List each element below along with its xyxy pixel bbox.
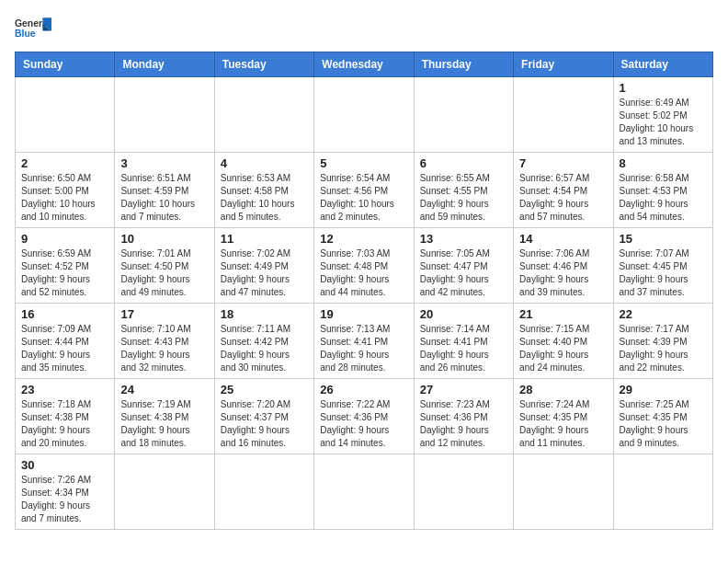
calendar-cell: 13Sunrise: 7:05 AM Sunset: 4:47 PM Dayli…	[414, 228, 513, 304]
day-number: 30	[21, 458, 108, 472]
calendar-cell	[115, 77, 214, 153]
day-number: 23	[21, 383, 108, 396]
day-number: 1	[620, 81, 707, 95]
calendar-cell: 30Sunrise: 7:26 AM Sunset: 4:34 PM Dayli…	[16, 454, 115, 530]
day-number: 18	[221, 307, 308, 321]
day-number: 12	[320, 232, 407, 246]
calendar-cell	[613, 454, 712, 530]
day-info: Sunrise: 6:49 AM Sunset: 5:02 PM Dayligh…	[620, 97, 707, 148]
calendar-cell: 11Sunrise: 7:02 AM Sunset: 4:49 PM Dayli…	[214, 228, 313, 304]
day-number: 6	[420, 156, 507, 170]
day-info: Sunrise: 7:19 AM Sunset: 4:38 PM Dayligh…	[120, 398, 208, 450]
day-info: Sunrise: 6:57 AM Sunset: 4:54 PM Dayligh…	[519, 172, 607, 224]
day-info: Sunrise: 7:20 AM Sunset: 4:37 PM Dayligh…	[221, 398, 308, 450]
calendar-cell: 9Sunrise: 6:59 AM Sunset: 4:52 PM Daylig…	[16, 228, 115, 304]
day-number: 11	[221, 232, 308, 246]
day-number: 9	[21, 232, 108, 246]
calendar-cell	[115, 454, 214, 530]
day-info: Sunrise: 7:22 AM Sunset: 4:36 PM Dayligh…	[320, 398, 407, 450]
day-number: 10	[120, 232, 208, 246]
day-info: Sunrise: 6:59 AM Sunset: 4:52 PM Dayligh…	[21, 247, 108, 299]
day-number: 21	[519, 307, 607, 321]
day-number: 5	[320, 156, 407, 170]
day-number: 8	[620, 156, 707, 170]
day-number: 19	[320, 307, 407, 321]
day-info: Sunrise: 7:10 AM Sunset: 4:43 PM Dayligh…	[120, 323, 208, 374]
calendar-cell: 6Sunrise: 6:55 AM Sunset: 4:55 PM Daylig…	[414, 153, 513, 228]
calendar-cell	[514, 454, 613, 530]
day-number: 7	[519, 156, 607, 170]
calendar-week-row: 23Sunrise: 7:18 AM Sunset: 4:38 PM Dayli…	[16, 379, 713, 454]
generalblue-logo-icon: General Blue	[15, 15, 51, 44]
calendar-week-row: 16Sunrise: 7:09 AM Sunset: 4:44 PM Dayli…	[16, 304, 713, 379]
day-number: 26	[320, 383, 407, 396]
calendar-cell: 3Sunrise: 6:51 AM Sunset: 4:59 PM Daylig…	[115, 153, 214, 228]
day-info: Sunrise: 7:26 AM Sunset: 4:34 PM Dayligh…	[21, 474, 108, 525]
day-number: 4	[221, 156, 308, 170]
day-info: Sunrise: 7:09 AM Sunset: 4:44 PM Dayligh…	[21, 323, 108, 374]
day-info: Sunrise: 6:50 AM Sunset: 5:00 PM Dayligh…	[21, 172, 108, 224]
day-info: Sunrise: 7:06 AM Sunset: 4:46 PM Dayligh…	[519, 247, 607, 299]
calendar-table: SundayMondayTuesdayWednesdayThursdayFrid…	[15, 52, 713, 530]
weekday-header-saturday: Saturday	[613, 52, 712, 77]
weekday-header-tuesday: Tuesday	[214, 52, 313, 77]
day-info: Sunrise: 7:13 AM Sunset: 4:41 PM Dayligh…	[320, 323, 407, 374]
calendar-cell	[314, 454, 414, 530]
calendar-cell: 23Sunrise: 7:18 AM Sunset: 4:38 PM Dayli…	[16, 379, 115, 454]
weekday-header-thursday: Thursday	[414, 52, 513, 77]
day-number: 3	[120, 156, 208, 170]
calendar-cell	[414, 454, 513, 530]
day-info: Sunrise: 7:01 AM Sunset: 4:50 PM Dayligh…	[120, 247, 208, 299]
weekday-header-friday: Friday	[514, 52, 613, 77]
day-number: 16	[21, 307, 108, 321]
calendar-cell: 14Sunrise: 7:06 AM Sunset: 4:46 PM Dayli…	[514, 228, 613, 304]
day-number: 20	[420, 307, 507, 321]
day-info: Sunrise: 7:23 AM Sunset: 4:36 PM Dayligh…	[420, 398, 507, 450]
calendar-cell: 29Sunrise: 7:25 AM Sunset: 4:35 PM Dayli…	[613, 379, 712, 454]
calendar-cell: 28Sunrise: 7:24 AM Sunset: 4:35 PM Dayli…	[514, 379, 613, 454]
calendar-cell: 25Sunrise: 7:20 AM Sunset: 4:37 PM Dayli…	[214, 379, 313, 454]
calendar-cell: 1Sunrise: 6:49 AM Sunset: 5:02 PM Daylig…	[613, 77, 712, 153]
calendar-cell	[214, 454, 313, 530]
calendar-cell: 26Sunrise: 7:22 AM Sunset: 4:36 PM Dayli…	[314, 379, 414, 454]
calendar-cell	[414, 77, 513, 153]
day-info: Sunrise: 7:14 AM Sunset: 4:41 PM Dayligh…	[420, 323, 507, 374]
day-info: Sunrise: 7:25 AM Sunset: 4:35 PM Dayligh…	[620, 398, 707, 450]
calendar-cell: 2Sunrise: 6:50 AM Sunset: 5:00 PM Daylig…	[16, 153, 115, 228]
calendar-cell: 22Sunrise: 7:17 AM Sunset: 4:39 PM Dayli…	[613, 304, 712, 379]
weekday-header-monday: Monday	[115, 52, 214, 77]
calendar-cell: 18Sunrise: 7:11 AM Sunset: 4:42 PM Dayli…	[214, 304, 313, 379]
day-number: 2	[21, 156, 108, 170]
calendar-week-row: 2Sunrise: 6:50 AM Sunset: 5:00 PM Daylig…	[16, 153, 713, 228]
day-info: Sunrise: 7:18 AM Sunset: 4:38 PM Dayligh…	[21, 398, 108, 450]
day-info: Sunrise: 6:53 AM Sunset: 4:58 PM Dayligh…	[221, 172, 308, 224]
day-info: Sunrise: 7:05 AM Sunset: 4:47 PM Dayligh…	[420, 247, 507, 299]
day-number: 17	[120, 307, 208, 321]
weekday-header-sunday: Sunday	[16, 52, 115, 77]
calendar-cell: 19Sunrise: 7:13 AM Sunset: 4:41 PM Dayli…	[314, 304, 414, 379]
day-number: 25	[221, 383, 308, 396]
calendar-week-row: 30Sunrise: 7:26 AM Sunset: 4:34 PM Dayli…	[16, 454, 713, 530]
calendar-cell: 5Sunrise: 6:54 AM Sunset: 4:56 PM Daylig…	[314, 153, 414, 228]
calendar-cell: 7Sunrise: 6:57 AM Sunset: 4:54 PM Daylig…	[514, 153, 613, 228]
day-info: Sunrise: 6:54 AM Sunset: 4:56 PM Dayligh…	[320, 172, 407, 224]
calendar-cell	[514, 77, 613, 153]
day-number: 15	[620, 232, 707, 246]
page-header: General Blue	[15, 15, 713, 44]
day-info: Sunrise: 6:55 AM Sunset: 4:55 PM Dayligh…	[420, 172, 507, 224]
day-number: 24	[120, 383, 208, 396]
logo: General Blue	[15, 15, 51, 44]
day-info: Sunrise: 7:02 AM Sunset: 4:49 PM Dayligh…	[221, 247, 308, 299]
day-info: Sunrise: 7:15 AM Sunset: 4:40 PM Dayligh…	[519, 323, 607, 374]
day-info: Sunrise: 6:58 AM Sunset: 4:53 PM Dayligh…	[620, 172, 707, 224]
weekday-header-row: SundayMondayTuesdayWednesdayThursdayFrid…	[16, 52, 713, 77]
calendar-week-row: 1Sunrise: 6:49 AM Sunset: 5:02 PM Daylig…	[16, 77, 713, 153]
day-info: Sunrise: 7:07 AM Sunset: 4:45 PM Dayligh…	[620, 247, 707, 299]
day-number: 22	[620, 307, 707, 321]
day-info: Sunrise: 7:17 AM Sunset: 4:39 PM Dayligh…	[620, 323, 707, 374]
calendar-cell: 21Sunrise: 7:15 AM Sunset: 4:40 PM Dayli…	[514, 304, 613, 379]
calendar-cell	[314, 77, 414, 153]
svg-text:Blue: Blue	[15, 29, 36, 39]
calendar-cell: 8Sunrise: 6:58 AM Sunset: 4:53 PM Daylig…	[613, 153, 712, 228]
day-number: 14	[519, 232, 607, 246]
